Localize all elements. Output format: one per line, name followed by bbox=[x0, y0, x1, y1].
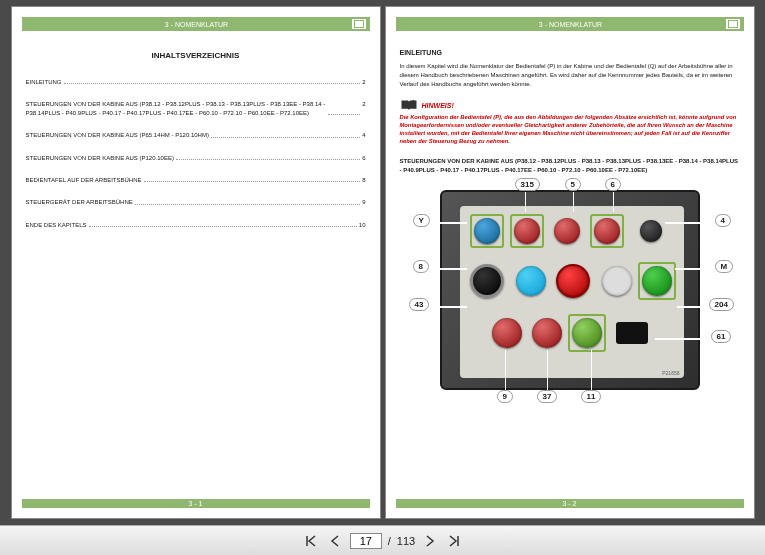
callout: 5 bbox=[565, 178, 581, 191]
callout: 37 bbox=[537, 390, 558, 403]
callout: 6 bbox=[605, 178, 621, 191]
toc-page: 8 bbox=[362, 176, 365, 184]
page-sep: / bbox=[388, 535, 391, 547]
intro-text: In diesem Kapitel wird die Nomenklatur d… bbox=[400, 62, 740, 89]
page-left-content: INHALTSVERZEICHNIS EINLEITUNG 2 STEUERUN… bbox=[12, 35, 380, 249]
toc-label: STEUERUNGEN VON DER KABINE AUS (P120.10E… bbox=[26, 154, 174, 162]
toc-title: INHALTSVERZEICHNIS bbox=[26, 51, 366, 60]
page-right: 3 - NOMENKLATUR EINLEITUNG In diesem Kap… bbox=[385, 6, 755, 519]
toc-label: STEUERUNGEN VON DER KABINE AUS (P38.12 -… bbox=[26, 100, 326, 117]
image-ref: P21858 bbox=[662, 370, 679, 376]
toc-entry: STEUERUNGEN VON DER KABINE AUS (P65.14HM… bbox=[26, 131, 366, 139]
callout: 11 bbox=[581, 390, 602, 403]
toc-page: 9 bbox=[362, 198, 365, 206]
control-panel: P21858 bbox=[440, 190, 700, 390]
toc-dots bbox=[328, 100, 361, 115]
toc-entry: EINLEITUNG 2 bbox=[26, 78, 366, 86]
document-viewer: 3 - NOMENKLATUR INHALTSVERZEICHNIS EINLE… bbox=[0, 0, 765, 525]
callout: 9 bbox=[497, 390, 513, 403]
toc-label: STEUERGERÄT DER ARBEITSBÜHNE bbox=[26, 198, 133, 206]
first-page-button[interactable] bbox=[302, 532, 320, 550]
toc-page: 4 bbox=[362, 131, 365, 139]
page-total: 113 bbox=[397, 535, 415, 547]
pager-toolbar: / 113 bbox=[0, 525, 765, 555]
toc-dots bbox=[64, 78, 361, 84]
toc-label: BEDIENTAFEL AUF DER ARBEITSBÜHNE bbox=[26, 176, 142, 184]
hinweis-text: Die Konfiguration der Bedientafel (P), d… bbox=[400, 113, 740, 145]
pages-icon bbox=[352, 19, 366, 29]
chapter-header-text: 3 - NOMENKLATUR bbox=[539, 21, 602, 28]
toc-entry: ENDE DES KAPITELS 10 bbox=[26, 221, 366, 229]
control-panel-figure: P21858 315 5 6 Y 4 8 M 43 bbox=[405, 180, 735, 405]
toc-page: 6 bbox=[362, 154, 365, 162]
toc-dots bbox=[89, 221, 357, 227]
intro-title: EINLEITUNG bbox=[400, 49, 740, 56]
prev-page-button[interactable] bbox=[326, 532, 344, 550]
callout: 204 bbox=[709, 298, 734, 311]
callout: 43 bbox=[409, 298, 430, 311]
toc-dots bbox=[176, 154, 360, 160]
callout: 61 bbox=[711, 330, 732, 343]
page-number-input[interactable] bbox=[350, 533, 382, 549]
toc-label: ENDE DES KAPITELS bbox=[26, 221, 87, 229]
callout: M bbox=[715, 260, 734, 273]
toc-entry: STEUERUNGEN VON DER KABINE AUS (P120.10E… bbox=[26, 154, 366, 162]
hinweis-header: HINWEIS! bbox=[400, 99, 740, 111]
toc-dots bbox=[211, 131, 360, 137]
chapter-header-text: 3 - NOMENKLATUR bbox=[165, 21, 228, 28]
chapter-header-bar: 3 - NOMENKLATUR bbox=[22, 17, 370, 31]
page-right-content: EINLEITUNG In diesem Kapitel wird die No… bbox=[386, 35, 754, 411]
book-icon bbox=[400, 99, 418, 111]
toc-dots bbox=[135, 198, 360, 204]
callout: 4 bbox=[715, 214, 731, 227]
toc-page: 10 bbox=[359, 221, 366, 229]
toc-entry: BEDIENTAFEL AUF DER ARBEITSBÜHNE 8 bbox=[26, 176, 366, 184]
callout: Y bbox=[413, 214, 430, 227]
toc-page: 2 bbox=[362, 100, 365, 117]
toc-entry: STEUERUNGEN VON DER KABINE AUS (P38.12 -… bbox=[26, 100, 366, 117]
panel-caption: STEUERUNGEN VON DER KABINE AUS (P38.12 -… bbox=[400, 157, 740, 174]
page-footer: 3 - 2 bbox=[396, 499, 744, 508]
control-plate: P21858 bbox=[460, 206, 684, 378]
page-footer: 3 - 1 bbox=[22, 499, 370, 508]
toc-dots bbox=[144, 176, 361, 182]
toc-entry: STEUERGERÄT DER ARBEITSBÜHNE 9 bbox=[26, 198, 366, 206]
chapter-header-bar: 3 - NOMENKLATUR bbox=[396, 17, 744, 31]
last-page-button[interactable] bbox=[445, 532, 463, 550]
callout: 8 bbox=[413, 260, 429, 273]
hinweis-label: HINWEIS! bbox=[422, 102, 454, 109]
callout: 315 bbox=[515, 178, 540, 191]
toc-page: 2 bbox=[362, 78, 365, 86]
toc-label: EINLEITUNG bbox=[26, 78, 62, 86]
pages-icon bbox=[726, 19, 740, 29]
next-page-button[interactable] bbox=[421, 532, 439, 550]
page-left: 3 - NOMENKLATUR INHALTSVERZEICHNIS EINLE… bbox=[11, 6, 381, 519]
toc-label: STEUERUNGEN VON DER KABINE AUS (P65.14HM… bbox=[26, 131, 209, 139]
